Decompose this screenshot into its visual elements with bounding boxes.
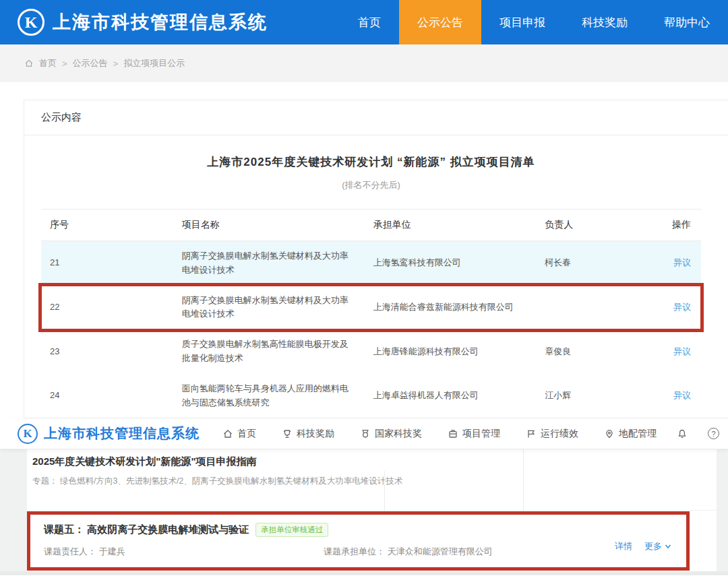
breadcrumb-home[interactable]: 首页 bbox=[39, 57, 57, 69]
cell-leader bbox=[536, 286, 642, 330]
notice-section-title: 公示内容 bbox=[24, 100, 728, 135]
lower-section: 2025年度关键技术研发计划"新能源"项目申报指南 专题： 绿色燃料/方向3、先… bbox=[0, 449, 728, 575]
cell-org: 上海唐锋能源科技有限公司 bbox=[365, 329, 537, 374]
cell-project-name: 质子交换膜电解水制氢高性能膜电极开发及批量化制造技术 bbox=[173, 329, 365, 374]
cell-org: 上海卓益得机器人有限公司 bbox=[365, 374, 537, 418]
column-divider bbox=[384, 471, 385, 511]
help-icon bbox=[708, 428, 719, 439]
topic-title: 课题五： 高效阴离子交换膜电解堆测试与验证 bbox=[44, 523, 249, 536]
more-link-label: 更多 bbox=[644, 540, 662, 552]
breadcrumb-current: 拟立项项目公示 bbox=[123, 57, 185, 69]
table-row: 24 面向氢能两轮车与具身机器人应用的燃料电池与固态储氢系统研究 上海卓益得机器… bbox=[41, 374, 701, 418]
dissent-link[interactable]: 异议 bbox=[673, 346, 691, 356]
portal-menu-label: 科技奖励 bbox=[297, 428, 334, 440]
portal-menu: 首页 科技奖励 国家科技奖 项目管理 运行绩效 地配管理 bbox=[222, 428, 657, 440]
detail-link[interactable]: 详情 bbox=[615, 540, 632, 552]
col-header-no: 序号 bbox=[41, 210, 173, 241]
left-gutter bbox=[0, 449, 27, 575]
portal-logo-icon: K bbox=[18, 424, 38, 444]
portal-menu-label: 首页 bbox=[237, 428, 256, 440]
dissent-link[interactable]: 异议 bbox=[673, 257, 691, 267]
col-header-action: 操作 bbox=[642, 210, 701, 241]
cell-no: 22 bbox=[41, 286, 173, 330]
nav-item-home[interactable]: 首页 bbox=[340, 0, 399, 44]
portal-menu-label: 运行绩效 bbox=[541, 428, 578, 440]
cell-no: 23 bbox=[41, 329, 173, 374]
cell-leader: 章俊良 bbox=[536, 329, 642, 374]
breadcrumb-announcements[interactable]: 公示公告 bbox=[73, 57, 108, 69]
location-icon bbox=[604, 428, 615, 439]
notice-list-subtitle: (排名不分先后) bbox=[41, 179, 701, 191]
dissent-link[interactable]: 异议 bbox=[673, 390, 691, 400]
breadcrumb-separator: > bbox=[113, 59, 119, 69]
bell-icon bbox=[677, 428, 688, 439]
nav-item-announcements[interactable]: 公示公告 bbox=[399, 0, 481, 44]
cell-project-name: 阴离子交换膜电解水制氢关键材料及大功率电堆设计技术 bbox=[173, 286, 365, 330]
dissent-link[interactable]: 异议 bbox=[673, 302, 691, 312]
portal-menu-label: 国家科技奖 bbox=[375, 428, 422, 440]
col-header-org: 承担单位 bbox=[365, 210, 537, 241]
topic-org: 课题承担单位： 天津众和能源管理有限公司 bbox=[324, 546, 493, 558]
portal-header: K 上海市科技管理信息系统 首页 科技奖励 国家科技奖 项目管理 运行绩效 地配… bbox=[0, 418, 728, 449]
cell-project-name: 面向氢能两轮车与具身机器人应用的燃料电池与固态储氢系统研究 bbox=[173, 374, 365, 418]
col-header-leader: 负责人 bbox=[536, 210, 642, 241]
more-link[interactable]: 更多 bbox=[644, 540, 671, 552]
home-icon bbox=[222, 428, 233, 439]
notification-button[interactable] bbox=[677, 428, 688, 439]
notice-card: 公示内容 上海市2025年度关键技术研发计划 “新能源” 拟立项项目清单 (排名… bbox=[24, 100, 728, 418]
app-title: 上海市科技管理信息系统 bbox=[53, 10, 268, 34]
guide-block: 2025年度关键技术研发计划"新能源"项目申报指南 专题： 绿色燃料/方向3、先… bbox=[0, 449, 728, 487]
table-row: 23 质子交换膜电解水制氢高性能膜电极开发及批量化制造技术 上海唐锋能源科技有限… bbox=[41, 329, 701, 374]
top-nav: 首页 公示公告 项目申报 科技奖励 帮助中心 bbox=[340, 0, 728, 44]
table-header-row: 序号 项目名称 承担单位 负责人 操作 bbox=[41, 210, 701, 241]
chevron-down-icon bbox=[665, 543, 671, 550]
table-row: 21 阴离子交换膜电解水制氢关键材料及大功率电堆设计技术 上海氢鸾科技有限公司 … bbox=[41, 241, 701, 286]
home-icon bbox=[24, 59, 34, 68]
row-divider bbox=[27, 510, 717, 511]
portal-menu-awards[interactable]: 科技奖励 bbox=[282, 428, 334, 440]
topic-leader: 课题责任人： 于建兵 bbox=[44, 546, 324, 558]
guide-title: 2025年度关键技术研发计划"新能源"项目申报指南 bbox=[32, 455, 728, 468]
portal-menu-allocation[interactable]: 地配管理 bbox=[604, 428, 657, 440]
nav-item-awards[interactable]: 科技奖励 bbox=[564, 0, 646, 44]
cell-leader: 江小辉 bbox=[536, 374, 642, 418]
cell-no: 21 bbox=[41, 241, 173, 286]
breadcrumb: 首页 > 公示公告 > 拟立项项目公示 bbox=[0, 44, 728, 82]
portal-menu-label: 项目管理 bbox=[462, 428, 500, 440]
portal-menu-label: 地配管理 bbox=[619, 428, 657, 440]
top-header: K 上海市科技管理信息系统 首页 公示公告 项目申报 科技奖励 帮助中心 bbox=[0, 0, 728, 44]
cell-org: 上海清能合睿兹新能源科技有限公司 bbox=[365, 286, 537, 330]
project-icon bbox=[448, 428, 458, 439]
help-button[interactable] bbox=[708, 428, 719, 439]
app-logo-icon: K bbox=[18, 9, 44, 36]
cell-leader: 柯长春 bbox=[536, 241, 642, 286]
bottom-strip bbox=[0, 571, 728, 575]
portal-menu-home[interactable]: 首页 bbox=[222, 428, 256, 440]
right-gutter bbox=[717, 449, 728, 575]
portal-logo-letter: K bbox=[23, 427, 32, 441]
col-header-name: 项目名称 bbox=[173, 210, 365, 241]
portal-menu-performance[interactable]: 运行绩效 bbox=[526, 428, 578, 440]
app-logo-letter: K bbox=[25, 13, 38, 32]
nav-item-help-center[interactable]: 帮助中心 bbox=[646, 0, 728, 44]
portal-menu-national-award[interactable]: 国家科技奖 bbox=[360, 428, 422, 440]
trophy-icon bbox=[282, 428, 293, 439]
award-icon bbox=[360, 428, 371, 439]
guide-subject: 专题： 绿色燃料/方向3、先进制氢技术/2、阴离子交换膜电解水制氢关键材料及大功… bbox=[32, 476, 728, 487]
project-table: 序号 项目名称 承担单位 负责人 操作 21 阴离子交换膜电解水制氢关键材料及大… bbox=[41, 209, 701, 418]
portal-title: 上海市科技管理信息系统 bbox=[44, 424, 200, 443]
nav-item-project-apply[interactable]: 项目申报 bbox=[481, 0, 564, 44]
topic-actions: 详情 更多 bbox=[615, 540, 671, 552]
notice-list-title: 上海市2025年度关键技术研发计划 “新能源” 拟立项项目清单 bbox=[41, 154, 701, 170]
flag-icon bbox=[526, 428, 537, 439]
cell-org: 上海氢鸾科技有限公司 bbox=[365, 241, 537, 286]
cell-no: 24 bbox=[41, 374, 173, 418]
notice-body: 上海市2025年度关键技术研发计划 “新能源” 拟立项项目清单 (排名不分先后)… bbox=[24, 135, 728, 418]
breadcrumb-separator: > bbox=[62, 59, 67, 69]
review-status-badge: 承担单位审核通过 bbox=[255, 523, 328, 537]
portal-menu-project-mgmt[interactable]: 项目管理 bbox=[448, 428, 500, 440]
main-content: 公示内容 上海市2025年度关键技术研发计划 “新能源” 拟立项项目清单 (排名… bbox=[0, 82, 728, 418]
table-row-highlighted: 22 阴离子交换膜电解水制氢关键材料及大功率电堆设计技术 上海清能合睿兹新能源科… bbox=[41, 286, 701, 330]
topic-highlight-box: 课题五： 高效阴离子交换膜电解堆测试与验证 承担单位审核通过 课题责任人： 于建… bbox=[27, 511, 690, 571]
column-divider bbox=[523, 449, 524, 511]
